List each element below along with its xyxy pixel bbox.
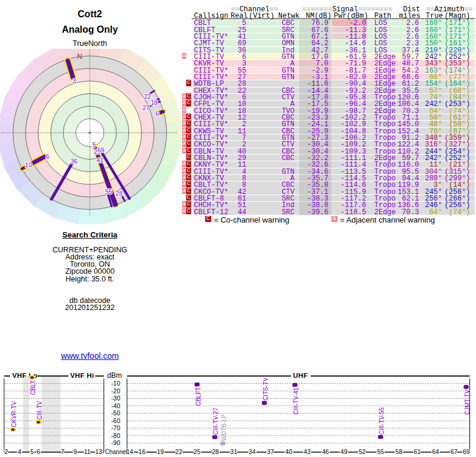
svg-text:CIII-TV-27: CIII-TV-27 bbox=[213, 408, 220, 435]
svg-text:-20: -20 bbox=[111, 387, 120, 395]
svg-text:34: 34 bbox=[249, 448, 256, 455]
svg-text:VHF Hi: VHF Hi bbox=[70, 372, 94, 379]
svg-text:37: 37 bbox=[267, 448, 274, 455]
svg-text:WDTB-LP: WDTB-LP bbox=[221, 414, 227, 441]
svg-text:CIII-TV-55: CIII-TV-55 bbox=[378, 407, 385, 434]
svg-text:64: 64 bbox=[432, 448, 439, 455]
svg-text:CJMT-TV: CJMT-TV bbox=[464, 389, 471, 415]
svg-text:9: 9 bbox=[74, 448, 77, 455]
svg-text:52: 52 bbox=[359, 448, 366, 455]
svg-text:2: 2 bbox=[5, 448, 8, 455]
svg-text:-90: -90 bbox=[111, 439, 120, 446]
svg-text:40: 40 bbox=[286, 448, 293, 455]
svg-text:28: 28 bbox=[212, 448, 219, 455]
svg-text:25: 25 bbox=[193, 448, 201, 455]
svg-text:13: 13 bbox=[95, 448, 102, 455]
svg-text:-80: -80 bbox=[111, 432, 120, 439]
svg-text:UHF: UHF bbox=[293, 372, 308, 379]
svg-text:61: 61 bbox=[414, 448, 421, 455]
svg-text:-70: -70 bbox=[111, 424, 120, 431]
svg-text:46: 46 bbox=[322, 448, 329, 455]
svg-text:CKVR-TV: CKVR-TV bbox=[11, 401, 17, 427]
svg-text:-50: -50 bbox=[111, 409, 120, 417]
svg-text:31: 31 bbox=[230, 448, 237, 455]
svg-text:Channel: Channel bbox=[105, 449, 127, 455]
svg-text:CIII-TV: CIII-TV bbox=[36, 401, 43, 420]
svg-text:CIII-TV-41: CIII-TV-41 bbox=[293, 387, 299, 415]
svg-text:CBLT: CBLT bbox=[30, 380, 36, 395]
svg-text:dBm: dBm bbox=[107, 371, 122, 380]
svg-text:67: 67 bbox=[450, 448, 458, 455]
svg-text:43: 43 bbox=[303, 448, 311, 455]
svg-text:14: 14 bbox=[126, 448, 133, 455]
svg-text:22: 22 bbox=[176, 448, 183, 455]
svg-text:6: 6 bbox=[37, 448, 40, 455]
svg-text:16: 16 bbox=[139, 448, 146, 455]
svg-text:5: 5 bbox=[30, 448, 34, 455]
svg-text:55: 55 bbox=[377, 448, 384, 455]
svg-text:58: 58 bbox=[396, 448, 403, 455]
svg-text:49: 49 bbox=[340, 448, 347, 455]
svg-text:11: 11 bbox=[84, 448, 90, 455]
svg-text:4: 4 bbox=[18, 448, 21, 455]
svg-text:19: 19 bbox=[157, 448, 164, 455]
svg-text:69: 69 bbox=[463, 448, 470, 455]
svg-text:-10: -10 bbox=[111, 380, 120, 387]
svg-text:CBLFT: CBLFT bbox=[195, 387, 202, 406]
svg-text:-60: -60 bbox=[111, 417, 120, 424]
svg-text:CITS-TV: CITS-TV bbox=[262, 377, 269, 400]
svg-text:7: 7 bbox=[61, 448, 64, 455]
svg-text:-30: -30 bbox=[111, 395, 120, 402]
svg-text:-40: -40 bbox=[111, 402, 120, 409]
